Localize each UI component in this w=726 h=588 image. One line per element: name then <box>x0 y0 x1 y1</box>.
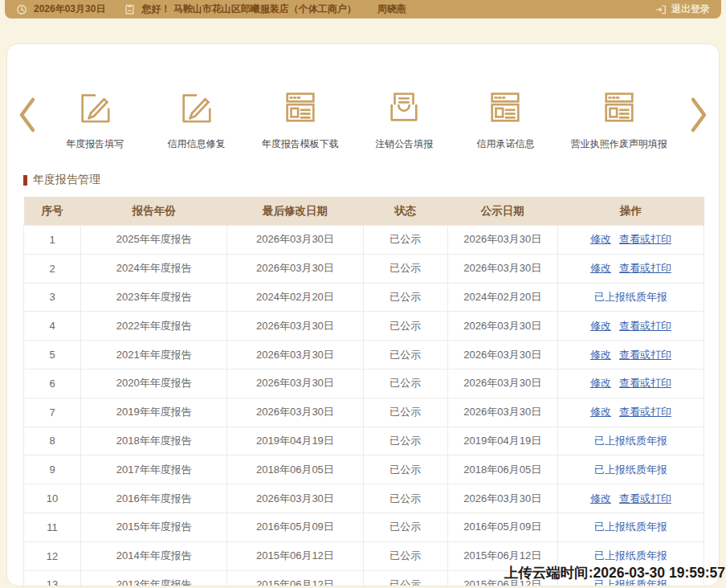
col-header-report-year: 报告年份 <box>81 197 227 226</box>
carousel-track: 年度报告填写 信用信息修复 年度报告模板下载 注销公告填报 <box>44 81 682 151</box>
status: 已公示 <box>363 427 447 455</box>
publish-date: 2026年03月30日 <box>447 226 557 255</box>
report-year: 2015年年度报告 <box>81 512 227 541</box>
actions-cell: 修改查看或打印 <box>557 484 704 513</box>
last-modified-date: 2019年04月19日 <box>227 427 363 455</box>
action-link[interactable]: 修改 <box>590 406 611 418</box>
actions-cell: 修改查看或打印 <box>557 312 704 341</box>
last-modified-date: 2015年06月12日 <box>227 541 363 570</box>
action-link[interactable]: 修改 <box>590 377 611 389</box>
paper-report-status: 已上报纸质年报 <box>594 435 667 447</box>
report-year: 2020年年度报告 <box>81 369 227 398</box>
status: 已公示 <box>363 398 447 427</box>
report-year: 2013年年度报告 <box>81 570 227 586</box>
feature-template-download[interactable]: 年度报告模板下载 <box>262 81 339 151</box>
last-modified-date: 2026年03月30日 <box>227 369 363 398</box>
chevron-left-icon <box>18 96 37 137</box>
actions-cell: 已上报纸质年报 <box>557 455 704 484</box>
actions-cell: 修改查看或打印 <box>557 341 704 370</box>
webpage-icon <box>487 81 524 126</box>
publish-date: 2026年03月30日 <box>447 341 557 370</box>
report-year: 2021年年度报告 <box>81 341 227 370</box>
section-title: 年度报告管理 <box>23 173 719 187</box>
status: 已公示 <box>363 570 447 586</box>
feature-label: 注销公告填报 <box>375 137 433 151</box>
action-link[interactable]: 修改 <box>590 492 611 504</box>
table-row: 32023年年度报告2024年02月20日已公示2024年02月20日已上报纸质… <box>24 283 704 312</box>
username: 周晓燕 <box>377 2 406 16</box>
table-row: 72019年年度报告2026年03月30日已公示2026年03月30日修改查看或… <box>24 398 704 427</box>
row-number: 11 <box>24 512 81 541</box>
status: 已公示 <box>363 226 447 255</box>
feature-license-void-statement[interactable]: 营业执照作废声明填报 <box>571 81 667 151</box>
title-bullet <box>23 175 27 186</box>
clock-icon <box>16 4 27 15</box>
action-link[interactable]: 查看或打印 <box>619 406 671 418</box>
last-modified-date: 2026年03月30日 <box>227 312 363 341</box>
carousel-prev-button[interactable] <box>10 96 44 137</box>
action-link[interactable]: 查看或打印 <box>619 262 671 274</box>
feature-cancellation-notice[interactable]: 注销公告填报 <box>368 81 440 151</box>
actions-cell: 修改查看或打印 <box>557 369 704 398</box>
report-year: 2019年年度报告 <box>81 398 227 427</box>
action-link[interactable]: 修改 <box>590 262 611 274</box>
row-number: 3 <box>24 283 81 312</box>
col-header-last-modified: 最后修改日期 <box>227 197 363 226</box>
last-modified-date: 2026年03月30日 <box>227 226 363 255</box>
action-link[interactable]: 查看或打印 <box>619 492 671 504</box>
action-link[interactable]: 修改 <box>590 320 611 332</box>
row-number: 10 <box>24 484 81 513</box>
publish-date: 2024年02月20日 <box>447 283 557 312</box>
paper-report-status: 已上报纸质年报 <box>594 291 667 303</box>
report-table-body: 12025年年度报告2026年03月30日已公示2026年03月30日修改查看或… <box>24 226 704 587</box>
last-modified-date: 2026年03月30日 <box>227 398 363 427</box>
feature-credit-repair[interactable]: 信用信息修复 <box>160 81 232 151</box>
status: 已公示 <box>363 312 447 341</box>
top-bar: 2026年03月30日 您好！ 马鞍山市花山区郎曦服装店（个体工商户） 周晓燕 … <box>5 0 721 18</box>
paper-report-status: 已上报纸质年报 <box>594 521 667 533</box>
table-row: 112015年年度报告2016年05月09日已公示2016年05月09日已上报纸… <box>24 512 704 541</box>
table-row: 52021年年度报告2026年03月30日已公示2026年03月30日修改查看或… <box>24 341 704 370</box>
annual-report-table: 序号 报告年份 最后修改日期 状态 公示日期 操作 12025年年度报告2026… <box>23 197 704 586</box>
feature-credit-commitment[interactable]: 信用承诺信息 <box>469 81 541 151</box>
action-link[interactable]: 查看或打印 <box>619 233 671 245</box>
publish-date: 2026年03月30日 <box>447 484 557 513</box>
status: 已公示 <box>363 283 447 312</box>
report-year: 2024年年度报告 <box>81 254 227 283</box>
action-link[interactable]: 修改 <box>590 233 611 245</box>
col-header-index: 序号 <box>24 197 81 226</box>
action-link[interactable]: 修改 <box>590 349 611 361</box>
webpage-icon <box>282 81 319 126</box>
license-badge-icon <box>124 3 135 15</box>
publish-date: 2026年03月30日 <box>447 398 557 427</box>
action-link[interactable]: 查看或打印 <box>619 349 671 361</box>
table-row: 82018年年度报告2019年04月19日已公示2019年04月19日已上报纸质… <box>24 427 704 455</box>
paper-report-status: 已上报纸质年报 <box>594 549 667 561</box>
col-header-status: 状态 <box>363 197 447 226</box>
edit-icon <box>76 81 113 126</box>
edit-icon <box>177 81 214 126</box>
feature-label: 信用承诺信息 <box>476 137 534 151</box>
row-number: 9 <box>24 455 81 484</box>
report-year: 2022年年度报告 <box>81 312 227 341</box>
table-row: 62020年年度报告2026年03月30日已公示2026年03月30日修改查看或… <box>24 369 704 398</box>
logout-button[interactable]: 退出登录 <box>655 2 710 16</box>
actions-cell: 已上报纸质年报 <box>557 283 704 312</box>
actions-cell: 修改查看或打印 <box>557 398 704 427</box>
logout-label: 退出登录 <box>671 2 710 16</box>
table-row: 22024年年度报告2026年03月30日已公示2026年03月30日修改查看或… <box>24 254 704 283</box>
action-link[interactable]: 查看或打印 <box>619 377 671 389</box>
feature-carousel: 年度报告填写 信用信息修复 年度报告模板下载 注销公告填报 <box>7 81 719 151</box>
feature-annual-report-fill[interactable]: 年度报告填写 <box>59 81 131 151</box>
report-year: 2018年年度报告 <box>81 427 227 455</box>
row-number: 13 <box>24 570 81 586</box>
section-title-text: 年度报告管理 <box>33 173 100 187</box>
carousel-next-button[interactable] <box>682 96 716 137</box>
last-modified-date: 2016年05月09日 <box>227 512 363 541</box>
status: 已公示 <box>363 455 447 484</box>
row-number: 5 <box>24 341 81 370</box>
action-link[interactable]: 查看或打印 <box>619 320 671 332</box>
last-modified-date: 2026年03月30日 <box>227 484 363 513</box>
last-modified-date: 2026年03月30日 <box>227 254 363 283</box>
report-year: 2017年年度报告 <box>81 455 227 484</box>
